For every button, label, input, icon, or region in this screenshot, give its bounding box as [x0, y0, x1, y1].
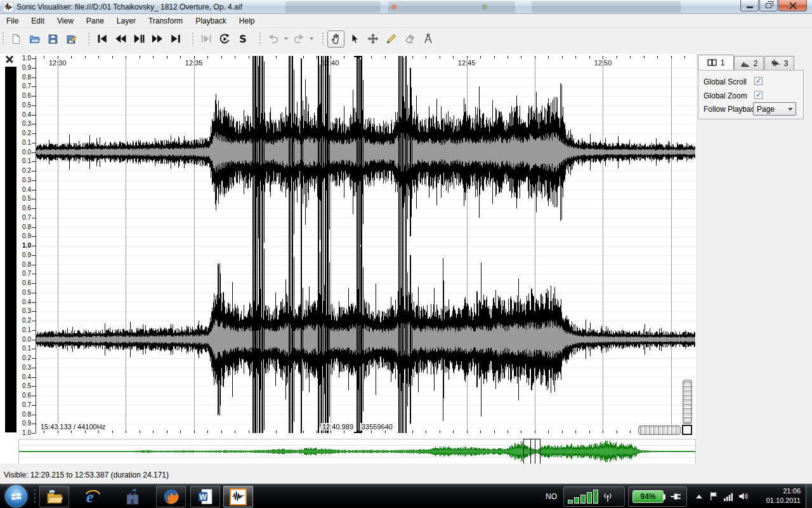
close-icon	[789, 2, 797, 10]
fast-forward-button[interactable]	[148, 30, 166, 48]
open-file-button[interactable]	[26, 30, 43, 48]
rewind-start-button[interactable]	[93, 30, 110, 48]
menu-edit[interactable]: Edit	[25, 15, 51, 27]
measure-tool-icon	[422, 33, 434, 44]
overview-panner[interactable]	[18, 439, 696, 464]
menu-help[interactable]: Help	[233, 15, 261, 27]
play-selection-icon	[200, 33, 212, 44]
save-file-icon	[48, 34, 58, 44]
y-axis-tick-label: 0.7	[22, 271, 31, 277]
tab-layer-2[interactable]: 2	[734, 56, 764, 70]
play-selection-button[interactable]	[197, 30, 214, 48]
save-file-button[interactable]	[44, 30, 62, 48]
firefox-icon	[162, 488, 180, 505]
menu-transform[interactable]: Transform	[142, 15, 189, 27]
navigate-tool-button[interactable]	[327, 30, 344, 48]
show-desktop-button[interactable]	[806, 485, 812, 508]
select-tool-button[interactable]	[346, 30, 363, 48]
tab-label: 2	[754, 59, 758, 68]
time-axis-label: 12:40	[322, 59, 339, 67]
global-zoom-checkbox[interactable]	[754, 91, 763, 99]
draw-tool-button[interactable]	[383, 30, 400, 48]
menu-layer[interactable]: Layer	[110, 15, 142, 27]
redo-icon	[293, 33, 304, 44]
language-indicator[interactable]: NO	[546, 492, 557, 501]
signal-strength-widget[interactable]	[563, 486, 625, 507]
restore-button[interactable]	[759, 0, 778, 11]
start-button[interactable]	[5, 485, 27, 507]
rewind-icon	[115, 33, 126, 44]
skip-end-button[interactable]	[167, 30, 184, 48]
sonic-visualiser-icon	[230, 488, 247, 505]
menu-file[interactable]: File	[0, 15, 25, 27]
y-axis-tick-label: 0.1	[22, 140, 31, 146]
volume-icon[interactable]	[738, 491, 749, 502]
taskbar-explorer-button[interactable]	[39, 486, 69, 507]
y-axis-tick-label: 0.4	[22, 374, 31, 380]
show-hidden-icons-button[interactable]	[696, 495, 702, 498]
tab-pane-properties[interactable]: 1	[698, 55, 734, 70]
taskbar-sonic-visualiser-button[interactable]	[223, 486, 253, 507]
taskbar-defender-button[interactable]	[117, 486, 147, 507]
edit-tool-button[interactable]	[364, 30, 381, 48]
rewind-button[interactable]	[112, 30, 129, 48]
waveform-icon	[771, 58, 780, 68]
export-file-button[interactable]	[63, 30, 80, 48]
global-zoom-label: Global Zoom	[704, 91, 747, 100]
clock[interactable]: 21:06 01.10.2011	[754, 486, 801, 505]
duration-samplerate-label: 15:43.133 / 44100Hz	[39, 423, 107, 431]
y-axis-tick-label: 0.2	[22, 130, 31, 137]
zoom-reset-button[interactable]	[682, 425, 692, 435]
taskbar-separator	[34, 488, 36, 505]
taskbar-internet-explorer-button[interactable]: e	[77, 486, 107, 507]
overview-playback-cursor[interactable]	[530, 439, 535, 464]
time-axis-label: 12:35	[185, 59, 203, 67]
y-axis-tick-label: 0.6	[22, 93, 31, 99]
tab-layer-3[interactable]: 3	[764, 56, 794, 70]
follow-playback-label: Follow Playback	[704, 105, 759, 114]
y-axis-tick-label: 0.2	[22, 318, 31, 324]
close-button[interactable]	[778, 0, 807, 11]
vertical-zoom-wheel[interactable]	[683, 380, 692, 424]
fast-forward-icon	[152, 33, 163, 44]
toolbar-group: S	[190, 29, 257, 48]
minimize-button[interactable]	[740, 0, 759, 11]
new-file-button[interactable]	[8, 30, 25, 48]
titlebar[interactable]: Sonic Visualiser: file:///D:/01 Tchaikov…	[0, 0, 812, 14]
svg-text:S: S	[239, 33, 246, 44]
network-icon[interactable]	[723, 491, 734, 502]
redo-button[interactable]	[290, 30, 307, 48]
redo-dropdown-caret[interactable]	[308, 30, 314, 48]
erase-tool-button[interactable]	[401, 30, 418, 48]
battery-widget[interactable]: 94%	[628, 486, 687, 507]
menu-playback[interactable]: Playback	[189, 15, 233, 27]
waveform-canvas[interactable]	[36, 56, 695, 433]
background-window-hint	[285, 1, 381, 13]
loop-button[interactable]	[216, 30, 233, 48]
global-scroll-checkbox[interactable]	[754, 77, 763, 85]
taskbar: e W NO 94%	[0, 484, 812, 508]
y-axis-tick-label: 1.0	[22, 243, 31, 249]
horizontal-zoom-wheel[interactable]	[638, 425, 681, 435]
undo-button[interactable]	[265, 30, 282, 48]
overview-canvas[interactable]	[19, 439, 695, 464]
y-axis-tick-label: 0.6	[22, 280, 31, 286]
solo-button[interactable]: S	[234, 30, 251, 48]
play-pause-button[interactable]	[130, 30, 147, 48]
rewind-start-icon	[96, 33, 108, 44]
cursor-frame-label: 33559640	[360, 423, 394, 431]
explorer-icon	[46, 488, 63, 505]
toolbar-group	[320, 29, 442, 48]
y-axis-tick-label: 0.4	[22, 112, 31, 118]
menu-view[interactable]: View	[51, 15, 80, 27]
menu-pane[interactable]: Pane	[80, 15, 110, 27]
measure-tool-button[interactable]	[419, 30, 436, 48]
y-axis-tick-label: 0.2	[22, 168, 31, 174]
action-center-flag-icon[interactable]	[709, 491, 719, 502]
taskbar-firefox-button[interactable]	[156, 486, 186, 507]
taskbar-word-button[interactable]: W	[190, 486, 220, 507]
chevron-down-icon	[785, 108, 796, 110]
follow-playback-dropdown[interactable]: Page	[753, 102, 796, 116]
y-axis-tick-label: 0.2	[22, 355, 31, 361]
undo-dropdown-caret[interactable]	[283, 30, 289, 48]
